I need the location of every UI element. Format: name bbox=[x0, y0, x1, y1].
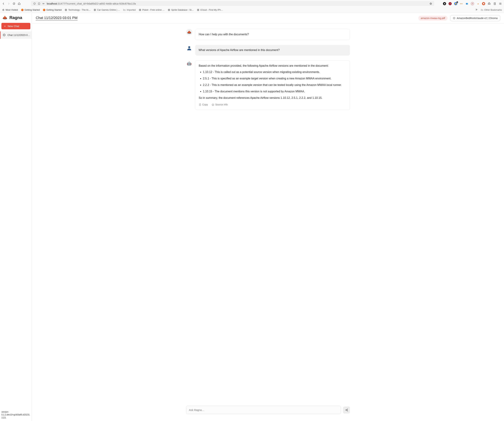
url-bar[interactable]: localhost:31477/?current_chat_id=9da85d2… bbox=[31, 1, 434, 6]
composer-input[interactable] bbox=[186, 406, 341, 414]
extension-icon[interactable]: ⊘ bbox=[471, 2, 474, 5]
send-icon bbox=[345, 409, 348, 411]
bookmark-piskel[interactable]: Piskel - Free online … bbox=[139, 9, 165, 11]
conversation: How can I help you with the documents? W… bbox=[32, 24, 504, 421]
url-text: localhost:31477/?current_chat_id=9da85d2… bbox=[47, 2, 136, 5]
message-body: What versions of Apache Airflow are ment… bbox=[195, 45, 350, 55]
app-root: Ragna ＋ New Chat Chat 11/12/2023 0… vers… bbox=[0, 13, 504, 421]
composer-area bbox=[32, 403, 504, 421]
browser-extensions: ◉ u 🔔0 aea 👥 ⊘ ☁ ⬢ bbox=[443, 2, 502, 5]
user-avatar-icon bbox=[186, 45, 192, 51]
message-body: Based on the information provided, the f… bbox=[195, 60, 350, 110]
main-header: Chat 11/12/2023 03:01 PM amazon-mwaa-mg.… bbox=[32, 13, 504, 24]
brand-logo-icon bbox=[2, 15, 7, 20]
bookmarks-overflow-icon[interactable] bbox=[475, 8, 478, 12]
bot-avatar-icon: 🤖 bbox=[186, 60, 192, 67]
svg-rect-8 bbox=[5, 16, 5, 17]
sidebar: Ragna ＋ New Chat Chat 11/12/2023 0… vers… bbox=[0, 13, 32, 421]
svg-point-16 bbox=[188, 33, 188, 34]
shield-icon[interactable] bbox=[33, 2, 36, 5]
svg-point-1 bbox=[43, 3, 43, 4]
extensions-icon[interactable] bbox=[488, 2, 491, 5]
message-system: How can I help you with the documents? bbox=[183, 29, 354, 40]
system-avatar-icon bbox=[186, 29, 192, 35]
page-icon[interactable] bbox=[38, 2, 41, 5]
message-body: How can I help you with the documents? bbox=[195, 29, 350, 40]
home-icon[interactable] bbox=[18, 2, 21, 5]
version-info: version: 0.1.2.dev10+gcfd3a85.d202311121 bbox=[0, 409, 32, 421]
browser-nav-group bbox=[2, 2, 21, 5]
send-button[interactable] bbox=[343, 407, 350, 414]
copy-button[interactable]: Copy bbox=[199, 103, 208, 107]
back-icon[interactable] bbox=[2, 2, 5, 5]
svg-point-19 bbox=[190, 33, 191, 34]
list-item: 1.10.15 - The document mentions this ver… bbox=[203, 89, 346, 94]
menu-icon[interactable] bbox=[499, 2, 502, 5]
extension-icon[interactable]: ☁ bbox=[476, 2, 480, 5]
extension-icon[interactable]: ⬢ bbox=[482, 2, 485, 5]
chat-list: Chat 11/12/2023 0… bbox=[0, 30, 32, 40]
info-icon bbox=[212, 104, 214, 106]
list-item: 1.10.12 - This is called out as a potent… bbox=[203, 70, 346, 74]
svg-rect-0 bbox=[38, 3, 40, 5]
list-item: 2.5.1 - This is specified as an example … bbox=[203, 76, 346, 81]
browser-chrome: localhost:31477/?current_chat_id=9da85d2… bbox=[0, 0, 504, 13]
other-bookmarks[interactable]: Other Bookmarks bbox=[481, 9, 502, 11]
browser-toolbar: localhost:31477/?current_chat_id=9da85d2… bbox=[0, 0, 504, 7]
svg-point-10 bbox=[4, 19, 5, 19]
key-icon[interactable] bbox=[42, 2, 45, 5]
bookmark-car-games[interactable]: Car Games Online | … bbox=[94, 9, 120, 11]
list-item: 2.2.2 - This is mentioned as an example … bbox=[203, 83, 346, 87]
bookmark-imported[interactable]: Imported bbox=[123, 9, 136, 11]
forward-icon bbox=[7, 2, 10, 5]
brand-name: Ragna bbox=[9, 15, 22, 20]
main-panel: Chat 11/12/2023 03:01 PM amazon-mwaa-mg.… bbox=[32, 13, 504, 421]
svg-point-18 bbox=[189, 33, 190, 34]
extension-icon[interactable]: ◉ bbox=[443, 2, 446, 5]
bot-bullet-list: 1.10.12 - This is called out as a potent… bbox=[203, 70, 346, 94]
bookmark-sprite-db[interactable]: Sprite Database : St… bbox=[168, 9, 194, 11]
extension-icon[interactable] bbox=[493, 2, 496, 5]
new-chat-button[interactable]: ＋ New Chat bbox=[1, 23, 30, 29]
model-chip[interactable]: AmazonBedRock/claude-v2 | Chroma bbox=[450, 15, 500, 21]
bookmark-star-icon[interactable] bbox=[429, 2, 432, 5]
brand: Ragna bbox=[0, 13, 32, 22]
clipboard-icon bbox=[199, 104, 201, 106]
source-info-button[interactable]: Source Info bbox=[212, 103, 228, 107]
bot-actions: Copy Source Info bbox=[199, 103, 346, 107]
document-chip[interactable]: amazon-mwaa-mg.pdf bbox=[418, 16, 448, 21]
svg-point-20 bbox=[188, 46, 190, 48]
extension-icon[interactable]: u bbox=[449, 2, 452, 5]
chat-icon bbox=[3, 34, 6, 37]
firefox-icon bbox=[43, 9, 45, 11]
bookmark-technology[interactable]: Technology - The At… bbox=[65, 9, 90, 11]
extension-icon[interactable]: aea bbox=[460, 2, 463, 5]
svg-point-9 bbox=[3, 18, 4, 19]
extension-bell-icon[interactable]: 🔔0 bbox=[454, 2, 457, 5]
bookmark-icloud[interactable]: iCloud - Find My iPh… bbox=[197, 9, 223, 11]
sidebar-chat-item[interactable]: Chat 11/12/2023 0… bbox=[0, 31, 32, 39]
svg-point-12 bbox=[6, 18, 7, 19]
svg-rect-15 bbox=[189, 31, 189, 32]
svg-point-11 bbox=[5, 19, 6, 19]
bookmark-getting-started[interactable]: Getting Started bbox=[43, 9, 62, 11]
bookmarks-bar: Most Visited Getting Started Getting Sta… bbox=[0, 7, 504, 12]
plus-icon: ＋ bbox=[4, 25, 6, 28]
bookmark-most-visited[interactable]: Most Visited bbox=[2, 9, 18, 11]
svg-rect-21 bbox=[199, 104, 201, 106]
reload-icon[interactable] bbox=[12, 2, 15, 5]
extension-icon[interactable]: 👥 bbox=[465, 2, 468, 5]
svg-point-17 bbox=[189, 33, 189, 34]
message-user: What versions of Apache Airflow are ment… bbox=[183, 45, 354, 55]
bookmark-getting-started[interactable]: Getting Started bbox=[21, 9, 40, 11]
firefox-icon bbox=[21, 9, 24, 11]
message-bot: 🤖 Based on the information provided, the… bbox=[183, 60, 354, 110]
chat-title[interactable]: Chat 11/12/2023 03:01 PM bbox=[36, 16, 78, 20]
info-icon bbox=[453, 17, 455, 19]
